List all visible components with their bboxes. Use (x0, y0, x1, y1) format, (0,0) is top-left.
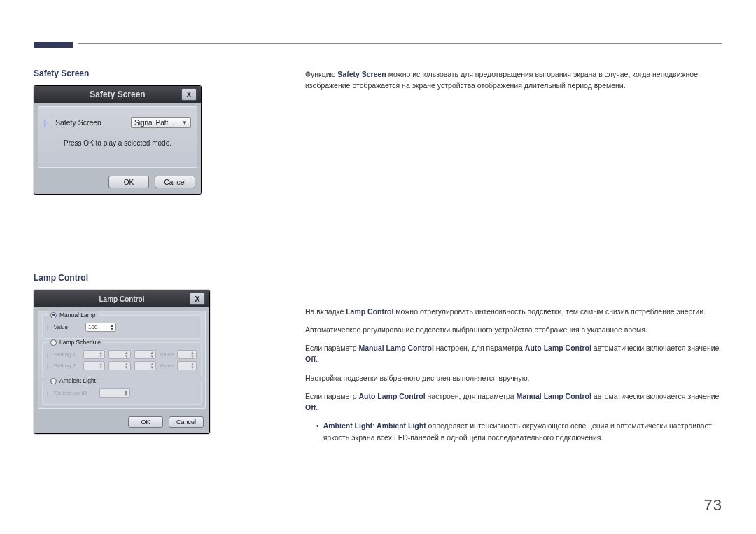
time-spinner[interactable]: ▲▼ (83, 350, 106, 359)
ambient-light-group: Ambient Light | Reference ID ▲▼ (42, 381, 202, 405)
row-marker-icon: | (47, 324, 50, 330)
cancel-button[interactable]: Cancel (155, 176, 195, 188)
value-label: Value (160, 351, 174, 358)
reference-id-spinner[interactable]: ▲▼ (99, 388, 130, 398)
signal-pattern-dropdown[interactable]: Signal Patt... ▼ (131, 117, 191, 128)
close-button[interactable]: X (181, 88, 197, 101)
setting1-label: Setting 1 (54, 351, 80, 358)
group-title-text: Lamp Schedule (59, 339, 101, 346)
term-auto-lamp: Auto Lamp Control (525, 344, 592, 352)
term-lamp-control: Lamp Control (346, 307, 393, 316)
term-ambient-light: Ambient Light (323, 421, 373, 430)
dialog-titlebar: Lamp Control X (34, 290, 209, 307)
section2-p4: Настройка подсветки выбранного дисплея в… (305, 372, 722, 384)
manual-lamp-radio[interactable] (50, 312, 57, 318)
row-marker-icon: | (47, 390, 50, 396)
section1-heading: Safety Screen (34, 69, 286, 78)
term-off: Off (305, 403, 316, 412)
term-auto-lamp: Auto Lamp Control (359, 392, 426, 400)
term-off: Off (305, 355, 316, 363)
page-number: 73 (704, 496, 722, 514)
row-marker-icon: | (47, 351, 50, 358)
term-manual-lamp: Manual Lamp Control (517, 392, 592, 400)
group-title-text: Manual Lamp (59, 311, 96, 318)
dialog-titlebar: Safety Screen X (34, 86, 201, 103)
cancel-button[interactable]: Cancel (169, 416, 204, 428)
dialog-title: Safety Screen (54, 90, 181, 99)
close-button[interactable]: X (190, 293, 205, 305)
field-label: Safety Screen (55, 118, 102, 127)
lamp-schedule-group: Lamp Schedule | Setting 1 ▲▼ ▲▼ ▲▼ Value… (42, 342, 202, 377)
row-marker-icon: | (44, 118, 50, 127)
dialog-title: Lamp Control (54, 295, 190, 303)
dialog-hint: Press OK to play a selected mode. (44, 139, 191, 147)
section2-p1: На вкладке Lamp Control можно отрегулиро… (305, 306, 722, 317)
term-manual-lamp: Manual Lamp Control (359, 344, 434, 352)
reference-id-label: Reference ID (54, 390, 96, 396)
value-spinner[interactable]: 100 ▲▼ (85, 323, 116, 332)
group-title-text: Ambient Light (59, 377, 96, 384)
lamp-control-dialog: Lamp Control X Manual Lamp | Value (34, 290, 210, 434)
header-accent (34, 42, 73, 48)
ambient-light-radio[interactable] (50, 378, 57, 384)
section2-p2: Автоматическое регулирование подсветки в… (305, 324, 722, 335)
section2-p5: Если параметр Auto Lamp Control настроен… (305, 391, 722, 414)
lamp-schedule-radio[interactable] (50, 339, 57, 346)
value-label: Value (160, 363, 174, 369)
chevron-down-icon: ▼ (182, 120, 188, 126)
section2-bullet: Ambient Light: Ambient Light определяет … (305, 420, 722, 443)
section2-p3: Если параметр Manual Lamp Control настро… (305, 342, 722, 365)
term-ambient-light: Ambient Light (377, 421, 426, 430)
setting2-label: Setting 2 (54, 363, 80, 369)
time-spinner[interactable]: ▲▼ (83, 361, 106, 370)
value-spinner[interactable]: ▲▼ (177, 361, 197, 370)
ok-button[interactable]: OK (108, 176, 149, 188)
manual-lamp-group: Manual Lamp | Value 100 ▲▼ (42, 315, 202, 339)
section2-heading: Lamp Control (34, 273, 286, 283)
value-label: Value (54, 324, 82, 330)
term-safety-screen: Safety Screen (337, 70, 386, 78)
safety-screen-dialog: Safety Screen X | Safety Screen Signal P… (34, 85, 202, 195)
time-spinner[interactable]: ▲▼ (134, 361, 157, 370)
spinner-value: 100 (86, 324, 108, 330)
row-marker-icon: | (47, 363, 50, 369)
header-rule (78, 43, 722, 44)
dropdown-value: Signal Patt... (134, 119, 174, 127)
time-spinner[interactable]: ▲▼ (134, 350, 157, 359)
ok-button[interactable]: OK (128, 416, 163, 428)
time-spinner[interactable]: ▲▼ (108, 350, 131, 359)
time-spinner[interactable]: ▲▼ (108, 361, 131, 370)
section1-para: Функцию Safety Screen можно использовать… (305, 69, 722, 92)
value-spinner[interactable]: ▲▼ (177, 350, 197, 359)
